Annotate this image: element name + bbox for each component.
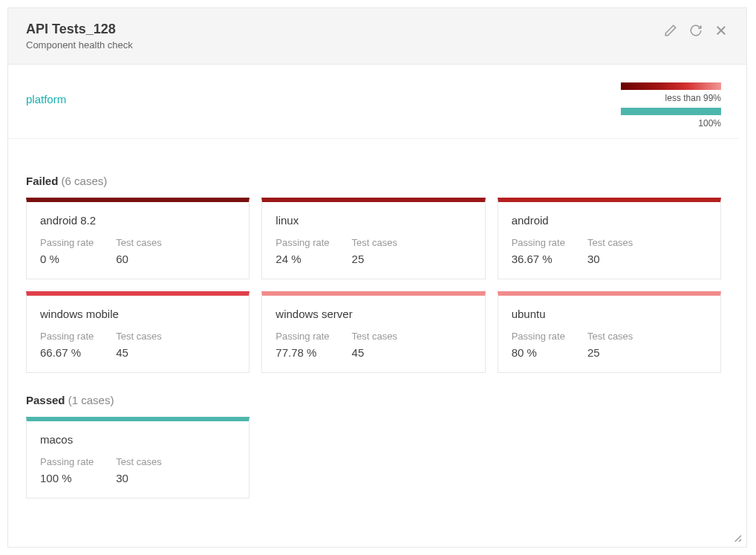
stat-value: 45 [116, 346, 161, 359]
stat-label: Test cases [352, 331, 397, 342]
stat-test-cases: Test cases45 [116, 331, 161, 359]
card-stats: Passing rate36.67 %Test cases30 [512, 237, 707, 265]
stat-value: 25 [587, 346, 633, 359]
stat-passing-rate: Passing rate66.67 % [40, 331, 94, 359]
stat-label: Passing rate [512, 237, 565, 248]
card-title: ubuntu [512, 308, 707, 320]
widget-body: platform less than 99% 100% Failed (6 ca… [8, 65, 746, 547]
stat-label: Test cases [352, 237, 397, 248]
stat-passing-rate: Passing rate36.67 % [512, 237, 565, 265]
stat-label: Test cases [116, 331, 161, 342]
stat-label: Test cases [116, 456, 161, 467]
stat-test-cases: Test cases45 [352, 331, 397, 359]
card-title: windows mobile [40, 308, 235, 320]
stat-value: 80 % [512, 346, 565, 359]
stat-passing-rate: Passing rate80 % [512, 331, 565, 359]
card-stats: Passing rate77.78 %Test cases45 [276, 331, 471, 359]
card-title: android [512, 214, 707, 227]
widget-container: API Tests_128 Component health check pla… [7, 7, 747, 548]
stat-passing-rate: Passing rate0 % [40, 237, 94, 265]
stat-label: Passing rate [40, 456, 94, 467]
scroll-area[interactable]: platform less than 99% 100% Failed (6 ca… [8, 65, 739, 547]
legend: less than 99% 100% [621, 82, 721, 129]
section-title: Passed [26, 394, 65, 406]
card-title: windows server [276, 308, 471, 320]
legend-text-lessthan: less than 99% [665, 93, 721, 103]
card[interactable]: windows mobilePassing rate66.67 %Test ca… [26, 291, 250, 373]
card-stats: Passing rate66.67 %Test cases45 [40, 331, 235, 359]
stat-passing-rate: Passing rate77.78 % [276, 331, 329, 359]
card[interactable]: ubuntuPassing rate80 %Test cases25 [498, 291, 721, 373]
stat-label: Test cases [587, 237, 633, 248]
refresh-icon[interactable] [688, 23, 703, 38]
stat-label: Passing rate [276, 237, 329, 248]
section-count: (1 cases) [68, 394, 114, 406]
stat-label: Passing rate [276, 331, 329, 342]
legend-item-pass: 100% [621, 108, 721, 129]
card-title: macos [40, 433, 235, 446]
legend-bar-green [621, 108, 721, 115]
card-title: linux [276, 214, 471, 227]
stat-passing-rate: Passing rate24 % [276, 237, 329, 265]
legend-text-100: 100% [698, 118, 721, 129]
legend-item-fail: less than 99% [621, 82, 721, 103]
stat-test-cases: Test cases25 [352, 237, 397, 265]
card-title: android 8.2 [40, 214, 235, 227]
stat-value: 30 [116, 472, 161, 484]
cards-grid: macosPassing rate100 %Test cases30 [26, 417, 721, 499]
stat-value: 25 [352, 253, 397, 265]
stat-test-cases: Test cases25 [587, 331, 633, 359]
section-header: Passed (1 cases) [26, 394, 721, 406]
stat-value: 100 % [40, 472, 94, 484]
card-stats: Passing rate100 %Test cases30 [40, 456, 235, 484]
stat-value: 0 % [40, 253, 94, 265]
stat-label: Passing rate [512, 331, 565, 342]
card-stats: Passing rate80 %Test cases25 [512, 331, 707, 359]
section-count: (6 cases) [62, 175, 108, 187]
widget-header: API Tests_128 Component health check [8, 8, 746, 65]
card-stats: Passing rate24 %Test cases25 [276, 237, 471, 265]
stat-value: 30 [587, 253, 633, 265]
sections-container: Failed (6 cases)android 8.2Passing rate0… [8, 139, 739, 528]
section-title: Failed [26, 175, 58, 187]
stat-value: 77.78 % [276, 346, 329, 359]
stat-label: Passing rate [40, 237, 94, 248]
top-row: platform less than 99% 100% [8, 65, 739, 139]
stat-value: 66.67 % [40, 346, 94, 359]
card[interactable]: android 8.2Passing rate0 %Test cases60 [26, 198, 250, 279]
stat-label: Test cases [116, 237, 161, 248]
edit-icon[interactable] [663, 23, 678, 38]
card[interactable]: macosPassing rate100 %Test cases30 [26, 417, 250, 499]
legend-bar-gradient [621, 82, 721, 90]
stat-test-cases: Test cases30 [587, 237, 633, 265]
card[interactable]: androidPassing rate36.67 %Test cases30 [498, 198, 721, 279]
stat-test-cases: Test cases30 [116, 456, 161, 484]
widget-actions [663, 22, 729, 38]
stat-label: Passing rate [40, 331, 94, 342]
widget-subtitle: Component health check [26, 39, 133, 51]
stat-test-cases: Test cases60 [116, 237, 161, 265]
stat-value: 36.67 % [512, 253, 565, 265]
card[interactable]: windows serverPassing rate77.78 %Test ca… [261, 291, 485, 373]
stat-label: Test cases [587, 331, 633, 342]
close-icon[interactable] [714, 23, 729, 38]
section-header: Failed (6 cases) [26, 175, 721, 187]
card-stats: Passing rate0 %Test cases60 [40, 237, 235, 265]
section: Passed (1 cases)macosPassing rate100 %Te… [26, 394, 721, 499]
group-label[interactable]: platform [26, 82, 66, 106]
resize-handle[interactable] [730, 530, 743, 544]
stat-value: 45 [352, 346, 397, 359]
section: Failed (6 cases)android 8.2Passing rate0… [26, 175, 721, 373]
widget-title-block: API Tests_128 Component health check [26, 22, 133, 51]
stat-passing-rate: Passing rate100 % [40, 456, 94, 484]
widget-title: API Tests_128 [26, 22, 133, 37]
cards-grid: android 8.2Passing rate0 %Test cases60li… [26, 198, 721, 373]
card[interactable]: linuxPassing rate24 %Test cases25 [261, 198, 485, 279]
stat-value: 60 [116, 253, 161, 265]
stat-value: 24 % [276, 253, 329, 265]
